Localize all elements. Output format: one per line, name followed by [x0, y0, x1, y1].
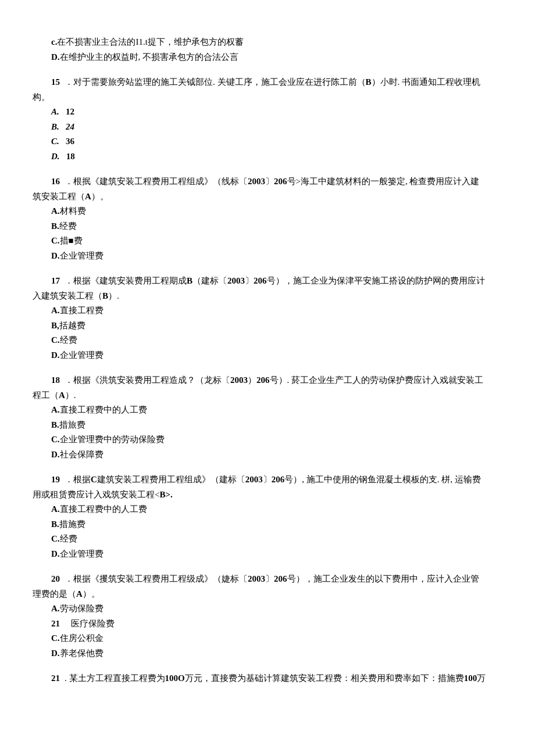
question-17: 17．根据《建筑安装费用工程期成B（建标〔2003〕206号），施工企业为保津平… — [33, 274, 502, 363]
question-21: 21. 某土方工程直接工程费为100O万元，直接费为基础计算建筑安装工程费：相关… — [33, 671, 502, 686]
option-c: C.住房公积金 — [33, 631, 502, 646]
option-a: A.直接工程费中的人工费 — [33, 403, 502, 418]
question-stem: 16．根抿《建筑安装工程费用工程组成》（线标〔2003〕206号>海工中建筑材料… — [33, 174, 502, 204]
option-d: D.社会保障费 — [33, 447, 502, 463]
option-d: D. 18 — [33, 149, 502, 164]
option-d: D.养老保他费 — [33, 646, 502, 661]
option-d: D.在维护业主的权益时, 不损害承包方的合法公言 — [33, 50, 502, 65]
question-stem: 20．根据《攫筑安装工程费用工程级成》（婕标〔2003〕206号），施工企业发生… — [33, 572, 502, 601]
question-20: 20．根据《攫筑安装工程费用工程级成》（婕标〔2003〕206号），施工企业发生… — [33, 572, 502, 661]
question-16: 16．根抿《建筑安装工程费用工程组成》（线标〔2003〕206号>海工中建筑材料… — [33, 174, 502, 263]
option-c: c.在不损害业主合法的I1.t提下，维护承包方的权蓄 — [33, 35, 502, 50]
option-b: B.措旅费 — [33, 418, 502, 433]
question-stem: 17．根据《建筑安装费用工程期成B（建标〔2003〕206号），施工企业为保津平… — [33, 274, 502, 303]
option-d: D.企业管理费 — [33, 348, 502, 363]
question-stem: 19．根据C建筑安装工程费用工程组成》（建标〔2003〕206号）, 施工中使用… — [33, 472, 502, 502]
option-c: C.企业管理费中的劳动保险费 — [33, 432, 502, 447]
question-19: 19．根据C建筑安装工程费用工程组成》（建标〔2003〕206号）, 施工中使用… — [33, 472, 502, 561]
option-c: C.经费 — [33, 532, 502, 547]
option-b: 21 医疗保险费 — [33, 617, 502, 632]
option-a: A.直接工程费中的人工费 — [33, 502, 502, 517]
option-c: C. 36 — [33, 134, 502, 149]
option-a: A.劳动保险费 — [33, 601, 502, 617]
option-a: A. 12 — [33, 105, 502, 120]
option-a: A.材料费 — [33, 204, 502, 219]
question-stem: 15．对于需要旅旁站监理的施工关钺部位. 关键工序，施工会业应在进行陈工前（B）… — [33, 75, 502, 105]
option-b: B.经费 — [33, 219, 502, 234]
question-18: 18．根据《洪筑安装费用工程造成？（龙标〔2003）206号）. 菸工企业生产工… — [33, 373, 502, 462]
option-b: B,括越费 — [33, 318, 502, 334]
question-15: 15．对于需要旅旁站监理的施工关钺部位. 关键工序，施工会业应在进行陈工前（B）… — [33, 75, 502, 164]
option-c: C.经费 — [33, 333, 502, 348]
question-stem: 21. 某土方工程直接工程费为100O万元，直接费为基础计算建筑安装工程费：相关… — [33, 671, 502, 686]
option-d: D.企业管理费 — [33, 547, 502, 562]
question-stem: 18．根据《洪筑安装费用工程造成？（龙标〔2003）206号）. 菸工企业生产工… — [33, 373, 502, 403]
option-c: C.措■费 — [33, 234, 502, 249]
option-b: B. 24 — [33, 120, 502, 135]
question-14-tail: c.在不损害业主合法的I1.t提下，维护承包方的权蓄 D.在维护业主的权益时, … — [33, 35, 502, 65]
option-d: D.企业管理费 — [33, 249, 502, 264]
option-a: A.直接工程费 — [33, 303, 502, 318]
option-b: B.措施费 — [33, 517, 502, 532]
